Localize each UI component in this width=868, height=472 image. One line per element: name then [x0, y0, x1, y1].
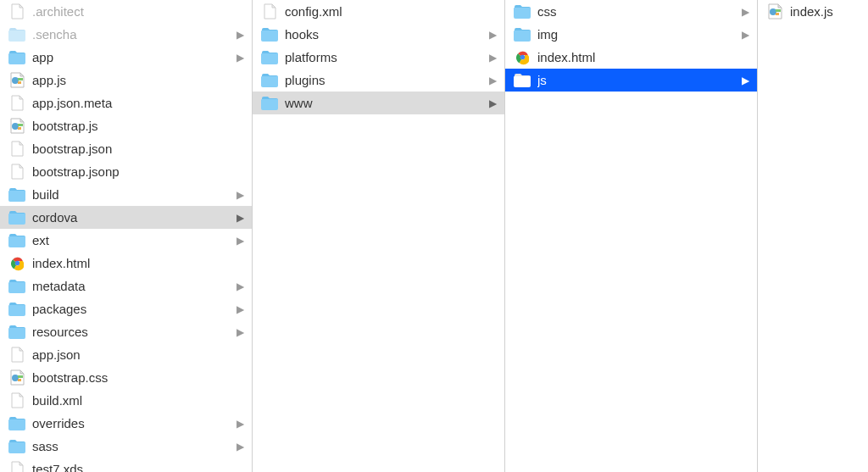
folder-icon	[514, 72, 531, 89]
list-item[interactable]: img▶	[505, 23, 757, 46]
list-item[interactable]: bootstrap.js	[0, 114, 252, 137]
list-item[interactable]: .sencha▶	[0, 23, 252, 46]
list-item[interactable]: www▶	[253, 92, 504, 114]
file-icon	[8, 95, 25, 112]
column-3: index.js	[758, 0, 868, 472]
item-label: resources	[32, 325, 236, 339]
svg-rect-10	[18, 375, 23, 378]
chevron-right-icon: ▶	[236, 280, 245, 292]
folder-icon	[8, 438, 25, 455]
list-item[interactable]: app.json.meta	[0, 92, 252, 114]
list-item[interactable]: js▶	[505, 69, 757, 92]
svg-point-9	[12, 375, 19, 381]
list-item[interactable]: metadata▶	[0, 275, 252, 297]
item-label: test7.xds	[32, 462, 236, 472]
chevron-right-icon: ▶	[489, 29, 498, 41]
chevron-right-icon: ▶	[236, 52, 245, 64]
list-item[interactable]: css▶	[505, 0, 757, 23]
svg-rect-16	[776, 9, 781, 12]
file-icon	[8, 347, 25, 364]
list-item[interactable]: app.json	[0, 343, 252, 366]
list-item[interactable]: build▶	[0, 183, 252, 206]
column-0: .architect.sencha▶app▶app.jsapp.json.met…	[0, 0, 253, 472]
item-label: app.json.meta	[32, 96, 236, 110]
item-label: ext	[32, 233, 236, 247]
chevron-right-icon: ▶	[742, 29, 750, 41]
item-label: app	[32, 50, 236, 64]
list-item[interactable]: index.js	[758, 0, 868, 23]
list-item[interactable]: index.html	[505, 46, 757, 69]
list-item[interactable]: index.html	[0, 252, 252, 275]
list-item[interactable]: cordova▶	[0, 206, 252, 229]
item-label: metadata	[32, 279, 236, 293]
chevron-right-icon: ▶	[236, 326, 245, 338]
list-item[interactable]: bootstrap.css	[0, 366, 252, 389]
list-item[interactable]: ext▶	[0, 229, 252, 252]
list-item[interactable]: app.js	[0, 69, 252, 92]
chevron-right-icon: ▶	[236, 212, 245, 224]
list-item[interactable]: hooks▶	[253, 23, 504, 46]
script-file-icon	[8, 118, 25, 135]
item-label: plugins	[285, 73, 489, 87]
folder-icon	[261, 26, 278, 43]
list-item[interactable]: overrides▶	[0, 412, 252, 435]
chevron-right-icon: ▶	[236, 29, 245, 41]
chevron-right-icon: ▶	[489, 52, 498, 64]
svg-rect-5	[18, 127, 21, 130]
list-item[interactable]: .architect	[0, 0, 252, 23]
script-file-icon	[8, 72, 25, 89]
chevron-right-icon: ▶	[236, 235, 245, 247]
file-icon	[8, 461, 25, 473]
list-item[interactable]: build.xml	[0, 389, 252, 412]
list-item[interactable]: test7.xds	[0, 458, 252, 472]
column-1: config.xmlhooks▶platforms▶plugins▶www▶	[253, 0, 505, 472]
item-label: bootstrap.jsonp	[32, 164, 236, 179]
file-icon	[8, 392, 25, 409]
list-item[interactable]: resources▶	[0, 320, 252, 343]
svg-point-0	[12, 77, 19, 84]
item-label: hooks	[285, 27, 489, 42]
chevron-right-icon: ▶	[236, 418, 245, 430]
item-label: overrides	[32, 416, 236, 430]
folder-icon	[8, 186, 25, 203]
item-label: index.html	[32, 256, 236, 270]
svg-point-8	[15, 262, 19, 265]
list-item[interactable]: sass▶	[0, 435, 252, 458]
item-label: www	[285, 96, 489, 110]
file-icon	[261, 3, 278, 20]
item-label: bootstrap.js	[32, 119, 236, 133]
chevron-right-icon: ▶	[489, 97, 498, 109]
folder-icon	[8, 278, 25, 295]
file-icon	[8, 3, 25, 20]
column-2: css▶img▶index.htmljs▶	[505, 0, 758, 472]
item-label: config.xml	[285, 4, 489, 19]
item-label: build	[32, 187, 236, 202]
list-item[interactable]: bootstrap.jsonp	[0, 160, 252, 183]
chevron-right-icon: ▶	[236, 441, 245, 453]
list-item[interactable]: bootstrap.json	[0, 137, 252, 160]
item-label: platforms	[285, 50, 489, 64]
folder-icon	[8, 209, 25, 226]
chevron-right-icon: ▶	[236, 303, 245, 315]
folder-icon	[8, 232, 25, 249]
svg-point-15	[770, 8, 776, 15]
item-label: bootstrap.css	[32, 370, 236, 385]
file-icon	[8, 164, 25, 180]
svg-rect-4	[18, 124, 23, 126]
file-icon	[8, 141, 25, 158]
svg-rect-11	[18, 379, 21, 381]
list-item[interactable]: config.xml	[253, 0, 504, 23]
folder-icon	[261, 49, 278, 66]
item-label: build.xml	[32, 393, 236, 408]
list-item[interactable]: packages▶	[0, 297, 252, 320]
script-file-icon	[8, 369, 25, 386]
folder-icon	[514, 3, 531, 20]
finder-columns: .architect.sencha▶app▶app.jsapp.json.met…	[0, 0, 868, 472]
item-label: app.json	[32, 347, 236, 362]
item-label: bootstrap.json	[32, 142, 236, 156]
list-item[interactable]: app▶	[0, 46, 252, 69]
list-item[interactable]: platforms▶	[253, 46, 504, 69]
list-item[interactable]: plugins▶	[253, 69, 504, 92]
item-label: sass	[32, 439, 236, 453]
item-label: cordova	[32, 210, 236, 225]
